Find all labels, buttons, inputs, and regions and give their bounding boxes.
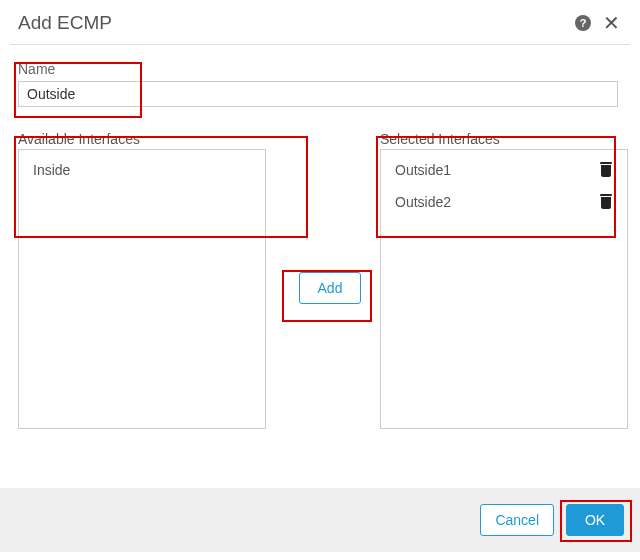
list-item-label: Outside2 bbox=[395, 194, 451, 210]
available-listbox[interactable]: Inside bbox=[18, 149, 266, 429]
trash-icon[interactable] bbox=[599, 162, 613, 178]
cancel-button[interactable]: Cancel bbox=[480, 504, 554, 536]
list-item[interactable]: Outside1 bbox=[381, 154, 627, 186]
list-item-label: Inside bbox=[33, 162, 70, 178]
add-button[interactable]: Add bbox=[299, 272, 361, 304]
available-caption: Available Interfaces bbox=[18, 131, 266, 147]
list-item[interactable]: Inside bbox=[19, 154, 265, 186]
list-item[interactable]: Outside2 bbox=[381, 186, 627, 218]
name-section: Name bbox=[18, 61, 622, 107]
name-label: Name bbox=[18, 61, 622, 77]
available-interfaces-group: Available Interfaces Inside bbox=[18, 131, 266, 429]
dialog-body: Name Available Interfaces Inside Add Sel… bbox=[0, 45, 640, 475]
add-ecmp-dialog: Add ECMP ? ✕ Name Available Interfaces I… bbox=[0, 0, 640, 560]
ok-button[interactable]: OK bbox=[566, 504, 624, 536]
dialog-header: Add ECMP ? ✕ bbox=[0, 0, 640, 44]
dialog-title: Add ECMP bbox=[18, 12, 112, 34]
interface-lists: Available Interfaces Inside Add Selected… bbox=[18, 131, 622, 441]
list-item-label: Outside1 bbox=[395, 162, 451, 178]
name-input[interactable] bbox=[18, 81, 618, 107]
dialog-footer: Cancel OK bbox=[0, 488, 640, 552]
header-actions: ? ✕ bbox=[575, 15, 622, 31]
selected-interfaces-group: Selected Interfaces Outside1 Outside2 bbox=[380, 131, 628, 429]
close-icon[interactable]: ✕ bbox=[601, 15, 622, 31]
selected-caption: Selected Interfaces bbox=[380, 131, 628, 147]
help-icon[interactable]: ? bbox=[575, 15, 591, 31]
trash-icon[interactable] bbox=[599, 194, 613, 210]
selected-listbox[interactable]: Outside1 Outside2 bbox=[380, 149, 628, 429]
